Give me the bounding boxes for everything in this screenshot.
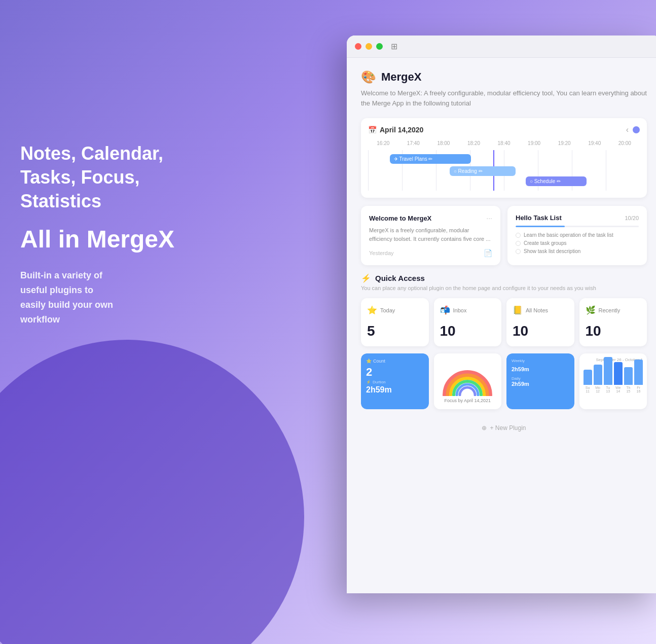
task-checkbox-1[interactable] <box>516 233 521 238</box>
quick-card-recently-header: 🌿 Recently <box>586 305 641 315</box>
note-options-icon[interactable]: ··· <box>486 214 492 222</box>
task-stats-widget[interactable]: ⭐ Count 2 ⚡ Durtion 2h59m <box>361 353 429 409</box>
quick-card-inbox[interactable]: 📬 Inbox 10 <box>434 298 502 346</box>
task-checkbox-2[interactable] <box>516 241 521 246</box>
description: Built-in a variety of useful plugins to … <box>20 268 238 327</box>
quick-card-notes-header: 📒 All Notes <box>513 305 568 315</box>
quick-access-cards: ⭐ Today 5 📬 Inbox 10 📒 All Notes 10 <box>361 298 647 346</box>
task-progress-bar <box>516 226 639 227</box>
bar-tu <box>604 357 612 385</box>
window-split-icon: ⊞ <box>391 42 397 51</box>
notes-label: All Notes <box>526 307 548 313</box>
task-count-label: ⭐ Count <box>366 359 424 364</box>
timeline-tracks: ✈ Travel Plans ✏ ○ Reading ✏ ○ Schedule … <box>368 150 640 191</box>
inbox-count: 10 <box>440 323 496 339</box>
focus-daily-value: 2h59m <box>512 381 569 387</box>
stats-widget[interactable]: September 26 - October 1 Su 11 Mo 12 <box>579 353 647 409</box>
timeline-times: 16:20 17:40 18:00 18:20 18:40 19:00 19:2… <box>368 140 640 146</box>
star-icon: ⭐ <box>366 359 372 364</box>
task-duration-label: ⚡ Durtion <box>366 380 424 384</box>
task-card[interactable]: Hello Task List 10/20 Learn the basic op… <box>507 206 647 265</box>
focus-weekly-value: 2h59m <box>512 366 569 372</box>
event-reading[interactable]: ○ Reading ✏ <box>450 166 516 176</box>
inbox-icon: 📬 <box>440 305 450 315</box>
task-stats-inner: ⭐ Count 2 ⚡ Durtion 2h59m <box>361 353 429 409</box>
widget-row: ⭐ Count 2 ⚡ Durtion 2h59m <box>361 353 647 409</box>
app-window: ⊞ 🎨 MergeX Welcome to MergeX: A freely c… <box>347 35 656 593</box>
app-title: MergeX <box>381 70 421 84</box>
calendar-section: 📅 April 14,2020 ‹ 16:20 17:40 18:00 18:2… <box>361 118 647 198</box>
quick-card-recently[interactable]: 🌿 Recently 10 <box>579 298 647 346</box>
task-duration-value: 2h59m <box>366 385 424 395</box>
focus-inner: Weekly 2h59m Daily 2h59m <box>506 353 574 409</box>
note-card-header: Welcome to MergeX ··· <box>369 214 492 222</box>
note-card[interactable]: Welcome to MergeX ··· MergeX is a freely… <box>361 206 500 265</box>
quick-card-notes[interactable]: 📒 All Notes 10 <box>506 298 574 346</box>
recently-icon: 🌿 <box>586 305 596 315</box>
timeline: 16:20 17:40 18:00 18:20 18:40 19:00 19:2… <box>368 140 640 191</box>
bar-col-th: Th 15 <box>624 367 633 393</box>
today-count: 5 <box>367 323 423 339</box>
app-header: 🎨 MergeX <box>361 70 647 84</box>
recently-count: 10 <box>586 323 641 339</box>
app-name-hero: All in MergeX <box>20 225 238 253</box>
bar-chart: Su 11 Mo 12 Tu 13 We <box>584 365 643 393</box>
maximize-button[interactable] <box>376 43 383 50</box>
close-button[interactable] <box>355 43 361 50</box>
task-checkbox-3[interactable] <box>516 249 521 254</box>
bar-col-mo: Mo 12 <box>594 365 602 393</box>
bar-su <box>584 370 592 385</box>
task-item-3[interactable]: Show task list description <box>516 248 639 254</box>
today-label: Today <box>380 307 395 313</box>
task-label-1: Learn the basic operation of the task li… <box>524 232 613 238</box>
quick-card-inbox-header: 📬 Inbox <box>440 305 496 315</box>
task-card-title: Hello Task List <box>516 214 562 222</box>
bar-fr <box>634 360 643 385</box>
note-card-title: Welcome to MergeX <box>369 214 431 222</box>
task-progress-fill <box>516 226 565 227</box>
note-card-body: MergeX is a freely configurable, modular… <box>369 226 492 243</box>
event-travel-plans[interactable]: ✈ Travel Plans ✏ <box>390 154 471 164</box>
plus-circle-icon: ⊕ <box>482 424 487 432</box>
event-schedule[interactable]: ○ Schedule ✏ <box>526 176 587 186</box>
task-count-value: 2 <box>366 366 424 379</box>
note-card-footer: Yesterday 📄 <box>369 249 492 257</box>
new-plugin-button[interactable]: ⊕ + New Plugin <box>361 419 647 437</box>
rainbow-svg <box>440 366 495 396</box>
bar-th <box>624 367 633 385</box>
cards-row: Welcome to MergeX ··· MergeX is a freely… <box>361 206 647 265</box>
note-file-icon: 📄 <box>484 249 492 257</box>
quick-card-today[interactable]: ⭐ Today 5 <box>361 298 429 346</box>
rainbow-widget[interactable]: Focus by April 14,2021 <box>434 353 502 409</box>
quick-access-subtitle: You can place any optional plugin on the… <box>361 285 647 291</box>
bar-mo <box>594 365 602 385</box>
bar-col-tu: Tu 13 <box>604 357 612 393</box>
minimize-button[interactable] <box>366 43 372 50</box>
app-logo-icon: 🎨 <box>361 70 376 84</box>
today-icon: ⭐ <box>367 305 377 315</box>
bar-col-we: We 14 <box>614 362 623 393</box>
task-card-header: Hello Task List 10/20 <box>516 214 639 222</box>
rainbow-label: Focus by April 14,2021 <box>444 398 491 403</box>
task-label-2: Create task groups <box>524 240 567 246</box>
task-item-2[interactable]: Create task groups <box>516 240 639 246</box>
bar-col-su: Su 11 <box>584 370 592 393</box>
bar-we <box>614 362 623 385</box>
recently-label: Recently <box>599 307 621 313</box>
inbox-label: Inbox <box>453 307 467 313</box>
focus-daily-label: Daily <box>512 376 569 381</box>
focus-widget[interactable]: Weekly 2h59m Daily 2h59m <box>506 353 574 409</box>
new-plugin-label: + New Plugin <box>490 424 526 432</box>
quick-card-today-header: ⭐ Today <box>367 305 423 315</box>
task-label-3: Show task list description <box>524 248 580 254</box>
calendar-nav[interactable]: ‹ <box>626 125 640 134</box>
focus-weekly-label: Weekly <box>512 359 569 363</box>
left-panel: Notes, Calendar, Tasks, Focus, Statistic… <box>20 142 238 327</box>
calendar-date: 📅 April 14,2020 <box>368 126 423 134</box>
prev-button[interactable]: ‹ <box>626 125 629 134</box>
app-content: 🎨 MergeX Welcome to MergeX: A freely con… <box>347 58 656 593</box>
notes-count: 10 <box>513 323 568 339</box>
task-item-1[interactable]: Learn the basic operation of the task li… <box>516 232 639 238</box>
lightning-icon: ⚡ <box>366 380 371 384</box>
app-subtitle: Welcome to MergeX: A freely configurable… <box>361 88 647 108</box>
